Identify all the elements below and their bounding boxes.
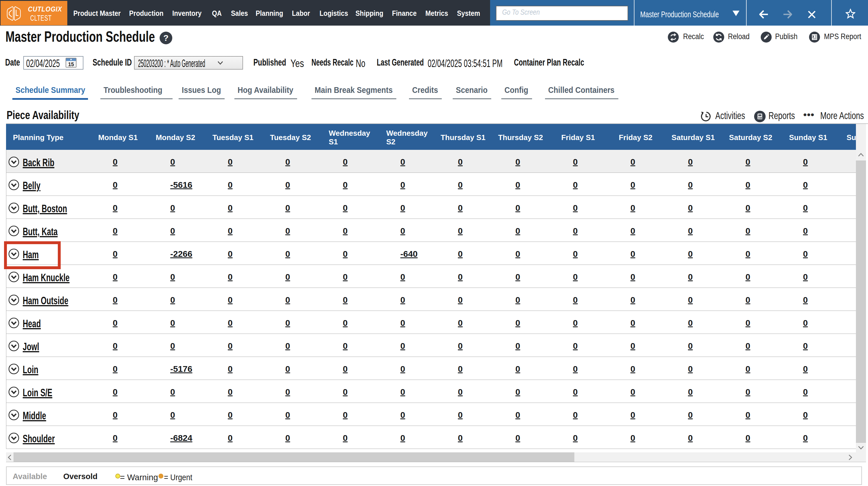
svg-text:15: 15	[68, 62, 74, 67]
